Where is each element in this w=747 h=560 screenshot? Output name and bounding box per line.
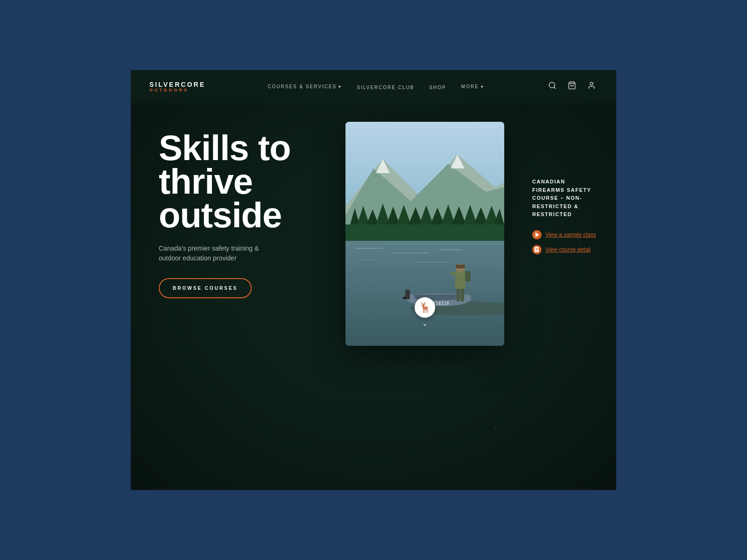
cart-button[interactable] — [566, 79, 578, 94]
svg-rect-36 — [461, 287, 464, 301]
hero-right: CANADIAN FIREARMS SAFETY COURSE – NON-RE… — [504, 122, 598, 260]
nav-links: COURSES & SERVICES ▾ SILVERCORE CLUB SHO… — [268, 83, 484, 91]
nav-item-club[interactable]: SILVERCORE CLUB — [357, 83, 414, 91]
browser-window: SILVERCORE OUTDOORS COURSES & SERVICES ▾… — [131, 70, 616, 490]
nav-link-shop[interactable]: SHOP — [429, 85, 446, 90]
svg-rect-46 — [536, 249, 538, 250]
svg-rect-35 — [457, 287, 460, 301]
svg-rect-38 — [451, 272, 456, 275]
play-icon — [536, 232, 539, 237]
chevron-down-icon: ⌄ — [422, 320, 428, 327]
chevron-down-icon: ▾ — [481, 84, 484, 89]
nav-icons — [546, 79, 598, 94]
nav-item-more[interactable]: MORE ▾ — [461, 84, 484, 89]
account-button[interactable] — [585, 79, 598, 94]
nav-item-courses[interactable]: COURSES & SERVICES ▾ — [268, 84, 342, 89]
svg-rect-33 — [403, 297, 407, 299]
search-icon — [548, 81, 557, 90]
svg-rect-25 — [345, 241, 504, 346]
view-sample-class-link[interactable]: View a sample class — [532, 230, 598, 239]
svg-rect-29 — [359, 259, 378, 260]
svg-line-1 — [554, 87, 555, 88]
svg-rect-37 — [455, 271, 465, 289]
nav-link-courses[interactable]: COURSES & SERVICES ▾ — [268, 84, 342, 89]
view-course-detail-label: View course detail — [545, 246, 591, 253]
svg-rect-41 — [456, 265, 465, 268]
hero-subtext: Canada's premier safety training & outdo… — [159, 244, 280, 263]
view-sample-class-label: View a sample class — [545, 231, 596, 238]
view-course-detail-link[interactable]: View course detail — [532, 245, 598, 254]
hero-headline: Skills to thrive outside — [159, 131, 327, 232]
site-logo[interactable]: SILVERCORE OUTDOORS — [149, 81, 205, 92]
svg-rect-26 — [355, 248, 383, 249]
svg-rect-9 — [345, 224, 504, 243]
svg-rect-30 — [416, 262, 448, 263]
browse-courses-button[interactable]: BROWSE COURSES — [159, 278, 252, 298]
nav-item-shop[interactable]: SHOP — [429, 83, 446, 91]
deer-icon: 🦌 — [419, 301, 431, 314]
map-pin[interactable]: 🦌 ⌄ — [415, 297, 435, 327]
svg-rect-28 — [439, 249, 462, 250]
hero-image: YT6418210 — [345, 122, 504, 346]
chevron-down-icon: ▾ — [338, 84, 342, 89]
search-button[interactable] — [546, 79, 558, 94]
nav-link-more[interactable]: MORE ▾ — [461, 84, 484, 89]
hero-left: Skills to thrive outside Canada's premie… — [159, 122, 327, 298]
hero-section: Skills to thrive outside Canada's premie… — [131, 103, 616, 490]
svg-rect-27 — [392, 252, 430, 253]
svg-rect-45 — [536, 248, 538, 249]
logo-tagline: OUTDOORS — [149, 88, 205, 92]
document-icon — [534, 246, 540, 252]
svg-rect-47 — [536, 250, 537, 251]
nav-link-club[interactable]: SILVERCORE CLUB — [357, 85, 414, 90]
map-pin-circle: 🦌 — [415, 297, 435, 318]
cart-icon — [568, 81, 576, 90]
doc-icon-wrapper — [532, 245, 542, 254]
account-icon — [587, 81, 596, 90]
course-title: CANADIAN FIREARMS SAFETY COURSE – NON-RE… — [532, 178, 598, 219]
svg-rect-43 — [345, 243, 504, 245]
svg-point-3 — [590, 82, 593, 85]
navbar: SILVERCORE OUTDOORS COURSES & SERVICES ▾… — [131, 70, 616, 103]
logo-brand: SILVERCORE — [149, 81, 205, 88]
svg-rect-42 — [465, 271, 471, 281]
play-icon-wrapper — [532, 230, 542, 239]
